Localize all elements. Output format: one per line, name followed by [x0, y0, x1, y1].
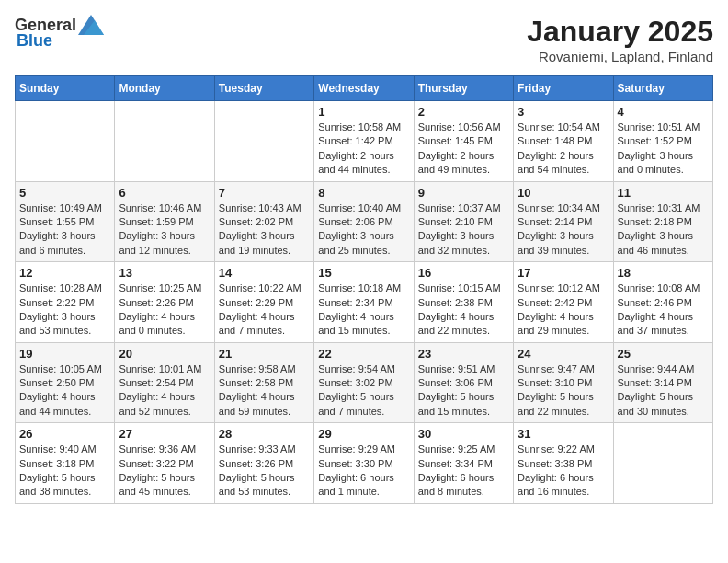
weekday-header-saturday: Saturday [613, 76, 712, 101]
day-info: Sunrise: 10:15 AM Sunset: 2:38 PM Daylig… [418, 282, 509, 339]
day-info: Sunrise: 9:54 AM Sunset: 3:02 PM Dayligh… [318, 362, 409, 419]
calendar-cell: 26Sunrise: 9:40 AM Sunset: 3:18 PM Dayli… [16, 423, 115, 504]
calendar-cell: 1Sunrise: 10:58 AM Sunset: 1:42 PM Dayli… [314, 101, 414, 182]
calendar-cell: 5Sunrise: 10:49 AM Sunset: 1:55 PM Dayli… [16, 181, 115, 262]
calendar-cell: 18Sunrise: 10:08 AM Sunset: 2:46 PM Dayl… [613, 262, 712, 343]
day-info: Sunrise: 10:49 AM Sunset: 1:55 PM Daylig… [19, 201, 110, 259]
day-number: 12 [19, 266, 110, 280]
day-info: Sunrise: 10:34 AM Sunset: 2:14 PM Daylig… [518, 201, 609, 259]
weekday-header-monday: Monday [115, 76, 214, 101]
day-number: 31 [518, 427, 609, 441]
day-info: Sunrise: 9:44 AM Sunset: 3:14 PM Dayligh… [618, 362, 709, 419]
day-number: 27 [119, 427, 210, 441]
day-info: Sunrise: 10:37 AM Sunset: 2:10 PM Daylig… [418, 201, 509, 259]
day-info: Sunrise: 10:56 AM Sunset: 1:45 PM Daylig… [418, 121, 509, 178]
day-info: Sunrise: 10:05 AM Sunset: 2:50 PM Daylig… [19, 362, 110, 419]
day-number: 26 [19, 427, 110, 441]
day-number: 16 [418, 266, 509, 280]
day-info: Sunrise: 9:47 AM Sunset: 3:10 PM Dayligh… [518, 362, 609, 419]
day-number: 28 [219, 427, 310, 441]
day-number: 5 [19, 186, 110, 200]
day-info: Sunrise: 10:08 AM Sunset: 2:46 PM Daylig… [618, 282, 709, 339]
page-header: General Blue January 2025 Rovaniemi, Lap… [15, 15, 713, 64]
day-number: 21 [219, 347, 310, 361]
calendar-cell: 9Sunrise: 10:37 AM Sunset: 2:10 PM Dayli… [414, 181, 513, 262]
day-number: 25 [618, 347, 709, 361]
day-number: 9 [418, 186, 509, 200]
logo: General Blue [15, 15, 104, 51]
day-info: Sunrise: 10:22 AM Sunset: 2:29 PM Daylig… [219, 282, 310, 339]
day-number: 18 [618, 266, 709, 280]
calendar-cell: 30Sunrise: 9:25 AM Sunset: 3:34 PM Dayli… [414, 423, 513, 504]
calendar-cell: 25Sunrise: 9:44 AM Sunset: 3:14 PM Dayli… [613, 342, 712, 423]
calendar-table: SundayMondayTuesdayWednesdayThursdayFrid… [15, 75, 713, 504]
weekday-header-sunday: Sunday [16, 76, 115, 101]
day-info: Sunrise: 10:51 AM Sunset: 1:52 PM Daylig… [618, 121, 709, 178]
logo-icon [78, 15, 104, 35]
day-number: 10 [518, 186, 609, 200]
day-number: 17 [518, 266, 609, 280]
day-info: Sunrise: 9:33 AM Sunset: 3:26 PM Dayligh… [219, 442, 310, 500]
day-number: 29 [318, 427, 409, 441]
calendar-cell: 29Sunrise: 9:29 AM Sunset: 3:30 PM Dayli… [314, 423, 414, 504]
day-info: Sunrise: 9:29 AM Sunset: 3:30 PM Dayligh… [318, 442, 409, 500]
day-number: 11 [618, 186, 709, 200]
calendar-week-3: 12Sunrise: 10:28 AM Sunset: 2:22 PM Dayl… [16, 262, 713, 343]
day-number: 7 [219, 186, 310, 200]
day-number: 4 [618, 105, 709, 119]
calendar-cell [613, 423, 712, 504]
day-number: 23 [418, 347, 509, 361]
day-info: Sunrise: 9:58 AM Sunset: 2:58 PM Dayligh… [219, 362, 310, 419]
day-number: 2 [418, 105, 509, 119]
weekday-header-wednesday: Wednesday [314, 76, 414, 101]
calendar-cell: 16Sunrise: 10:15 AM Sunset: 2:38 PM Dayl… [414, 262, 513, 343]
day-number: 1 [318, 105, 409, 119]
day-number: 3 [518, 105, 609, 119]
weekday-header-tuesday: Tuesday [214, 76, 313, 101]
month-title: January 2025 [527, 15, 713, 49]
calendar-cell: 8Sunrise: 10:40 AM Sunset: 2:06 PM Dayli… [314, 181, 414, 262]
calendar-cell: 13Sunrise: 10:25 AM Sunset: 2:26 PM Dayl… [115, 262, 214, 343]
calendar-week-2: 5Sunrise: 10:49 AM Sunset: 1:55 PM Dayli… [16, 181, 713, 262]
location-title: Rovaniemi, Lapland, Finland [527, 49, 713, 64]
weekday-header-thursday: Thursday [414, 76, 513, 101]
calendar-cell: 28Sunrise: 9:33 AM Sunset: 3:26 PM Dayli… [214, 423, 313, 504]
calendar-cell: 21Sunrise: 9:58 AM Sunset: 2:58 PM Dayli… [214, 342, 313, 423]
calendar-cell: 22Sunrise: 9:54 AM Sunset: 3:02 PM Dayli… [314, 342, 414, 423]
calendar-week-4: 19Sunrise: 10:05 AM Sunset: 2:50 PM Dayl… [16, 342, 713, 423]
day-info: Sunrise: 10:40 AM Sunset: 2:06 PM Daylig… [318, 201, 409, 259]
day-number: 24 [518, 347, 609, 361]
day-number: 20 [119, 347, 210, 361]
day-number: 13 [119, 266, 210, 280]
calendar-cell: 7Sunrise: 10:43 AM Sunset: 2:02 PM Dayli… [214, 181, 313, 262]
calendar-cell: 2Sunrise: 10:56 AM Sunset: 1:45 PM Dayli… [414, 101, 513, 182]
day-info: Sunrise: 9:40 AM Sunset: 3:18 PM Dayligh… [19, 442, 110, 500]
day-number: 30 [418, 427, 509, 441]
day-info: Sunrise: 10:01 AM Sunset: 2:54 PM Daylig… [119, 362, 210, 419]
calendar-cell: 10Sunrise: 10:34 AM Sunset: 2:14 PM Dayl… [514, 181, 613, 262]
calendar-cell: 3Sunrise: 10:54 AM Sunset: 1:48 PM Dayli… [514, 101, 613, 182]
day-info: Sunrise: 10:46 AM Sunset: 1:59 PM Daylig… [119, 201, 210, 259]
calendar-cell: 17Sunrise: 10:12 AM Sunset: 2:42 PM Dayl… [514, 262, 613, 343]
day-info: Sunrise: 10:43 AM Sunset: 2:02 PM Daylig… [219, 201, 310, 259]
calendar-week-1: 1Sunrise: 10:58 AM Sunset: 1:42 PM Dayli… [16, 101, 713, 182]
day-number: 14 [219, 266, 310, 280]
day-number: 15 [318, 266, 409, 280]
day-number: 19 [19, 347, 110, 361]
weekday-header-row: SundayMondayTuesdayWednesdayThursdayFrid… [16, 76, 713, 101]
calendar-cell: 14Sunrise: 10:22 AM Sunset: 2:29 PM Dayl… [214, 262, 313, 343]
day-number: 6 [119, 186, 210, 200]
calendar-cell: 20Sunrise: 10:01 AM Sunset: 2:54 PM Dayl… [115, 342, 214, 423]
day-info: Sunrise: 9:36 AM Sunset: 3:22 PM Dayligh… [119, 442, 210, 500]
day-info: Sunrise: 10:31 AM Sunset: 2:18 PM Daylig… [618, 201, 709, 259]
day-info: Sunrise: 10:12 AM Sunset: 2:42 PM Daylig… [518, 282, 609, 339]
calendar-cell: 19Sunrise: 10:05 AM Sunset: 2:50 PM Dayl… [16, 342, 115, 423]
title-block: January 2025 Rovaniemi, Lapland, Finland [527, 15, 713, 64]
weekday-header-friday: Friday [514, 76, 613, 101]
calendar-cell: 15Sunrise: 10:18 AM Sunset: 2:34 PM Dayl… [314, 262, 414, 343]
calendar-week-5: 26Sunrise: 9:40 AM Sunset: 3:18 PM Dayli… [16, 423, 713, 504]
calendar-cell: 11Sunrise: 10:31 AM Sunset: 2:18 PM Dayl… [613, 181, 712, 262]
day-info: Sunrise: 10:54 AM Sunset: 1:48 PM Daylig… [518, 121, 609, 178]
day-info: Sunrise: 9:25 AM Sunset: 3:34 PM Dayligh… [418, 442, 509, 500]
calendar-cell: 31Sunrise: 9:22 AM Sunset: 3:38 PM Dayli… [514, 423, 613, 504]
